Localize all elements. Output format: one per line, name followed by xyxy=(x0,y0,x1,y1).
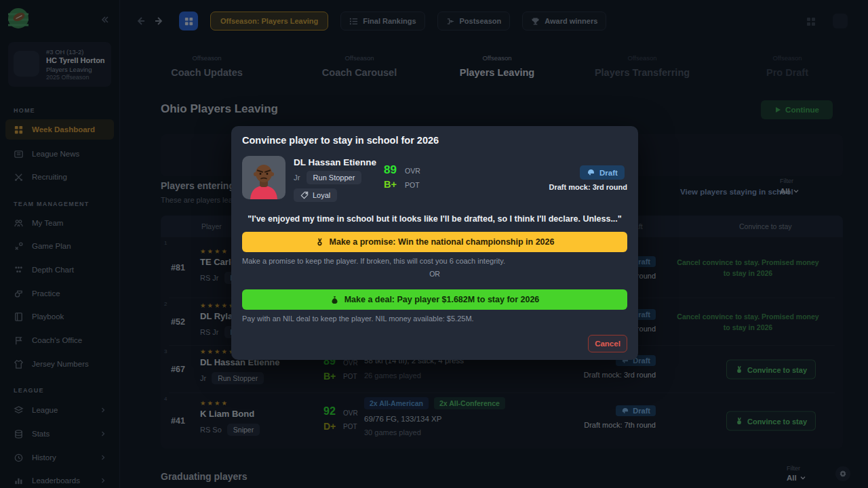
loyal-badge: Loyal xyxy=(294,188,337,202)
promise-caption: Make a promise to keep the player. If br… xyxy=(242,257,505,265)
player-class: Jr xyxy=(294,174,300,182)
overall-label: OVR xyxy=(405,167,420,175)
make-deal-label: Make a deal: Pay player $1.682M to stay … xyxy=(344,295,540,304)
loyal-label: Loyal xyxy=(313,191,330,199)
tag-icon xyxy=(300,191,309,199)
potential-rating: B+ xyxy=(384,179,397,190)
make-promise-button[interactable]: Make a promise: Win the national champio… xyxy=(242,232,627,252)
money-bag-icon xyxy=(330,296,339,304)
cancel-button[interactable]: Cancel xyxy=(588,335,627,352)
draft-badge-label: Draft xyxy=(599,169,618,177)
draft-mock: Draft mock: 3rd round xyxy=(549,183,627,191)
convince-player-modal: Convince player to stay in school for 20… xyxy=(231,126,638,360)
make-deal-button[interactable]: Make a deal: Pay player $1.682M to stay … xyxy=(242,289,627,310)
draft-badge: Draft xyxy=(580,165,625,180)
overall-rating: 89 xyxy=(384,163,397,177)
deal-caption: Pay with an NIL deal to keep the player.… xyxy=(242,314,474,323)
app-screen: #3 OH (13-2) HC Tyrell Horton Players Le… xyxy=(0,0,868,488)
modal-title: Convince player to stay in school for 20… xyxy=(242,135,439,146)
or-divider: OR xyxy=(242,270,627,278)
make-promise-label: Make a promise: Win the national champio… xyxy=(330,237,555,247)
medal-icon xyxy=(315,238,324,247)
helmet-icon xyxy=(587,168,595,177)
player-trait-badge: Run Stopper xyxy=(307,171,362,184)
player-quote: "I've enjoyed my time in school but it l… xyxy=(242,214,627,224)
potential-label: POT xyxy=(405,181,420,189)
player-name: DL Hassan Etienne xyxy=(294,157,376,167)
player-avatar xyxy=(242,156,285,199)
